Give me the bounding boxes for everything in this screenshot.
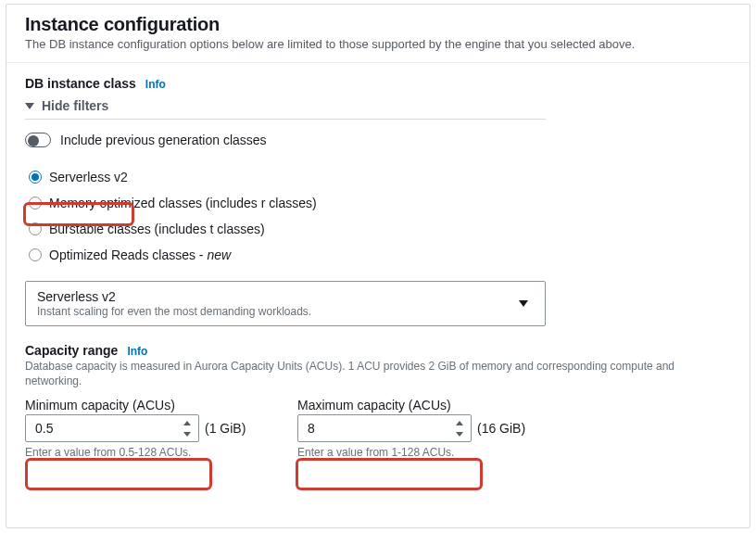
min-capacity-value: 0.5 (35, 421, 53, 436)
caret-down-icon (25, 103, 34, 109)
radio-label: Optimized Reads classes - new (49, 247, 231, 262)
stepper-up-button[interactable] (180, 417, 195, 428)
dropdown-text: Serverless v2 Instant scaling for even t… (37, 289, 311, 318)
max-capacity-help: Enter a value from 1-128 ACUs. (297, 446, 548, 459)
chevron-down-icon (456, 432, 463, 437)
chevron-up-icon (183, 421, 191, 425)
radio-input[interactable] (29, 222, 42, 235)
min-capacity-input[interactable]: 0.5 (25, 414, 199, 442)
capacity-range-description: Database capacity is measured in Aurora … (25, 360, 711, 388)
panel-subtitle: The DB instance configuration options be… (25, 37, 731, 51)
min-capacity-label: Minimum capacity (ACUs) (25, 398, 275, 412)
stepper-up-button[interactable] (452, 417, 467, 428)
capacity-range-label: Capacity range (25, 343, 118, 358)
chevron-up-icon (456, 421, 463, 425)
radio-label-suffix: new (207, 247, 231, 262)
include-previous-row: Include previous generation classes (25, 133, 731, 147)
radio-input[interactable] (29, 248, 42, 261)
min-capacity-help: Enter a value from 0.5-128 ACUs. (25, 446, 275, 459)
radio-label: Serverless v2 (49, 170, 128, 184)
db-instance-class-info-link[interactable]: Info (145, 78, 166, 91)
min-capacity-suffix: (1 GiB) (205, 421, 246, 436)
stepper-buttons (180, 417, 195, 439)
radio-label-text: Optimized Reads classes - (49, 247, 207, 262)
hide-filters-label: Hide filters (42, 98, 108, 113)
stepper-down-button[interactable] (180, 428, 195, 439)
db-instance-class-label-row: DB instance class Info (25, 76, 731, 91)
min-capacity-input-row: 0.5 (1 GiB) (25, 414, 275, 442)
max-capacity-input-row: 8 (16 GiB) (297, 414, 548, 442)
radio-row-memory-optimized[interactable]: Memory optimized classes (includes r cla… (25, 190, 731, 216)
radio-row-burstable[interactable]: Burstable classes (includes t classes) (25, 216, 731, 242)
panel-title: Instance configuration (25, 14, 731, 35)
toggle-knob-icon (28, 135, 39, 146)
radio-input[interactable] (29, 197, 42, 209)
stepper-down-button[interactable] (452, 428, 467, 439)
instance-class-dropdown[interactable]: Serverless v2 Instant scaling for even t… (25, 281, 546, 326)
panel-header: Instance configuration The DB instance c… (6, 5, 750, 63)
hide-filters-toggle[interactable]: Hide filters (25, 98, 546, 120)
radio-row-optimized-reads[interactable]: Optimized Reads classes - new (25, 242, 731, 268)
radio-input[interactable] (29, 171, 42, 184)
dropdown-sub: Instant scaling for even the most demand… (37, 305, 311, 318)
instance-class-radio-group: Serverless v2 Memory optimized classes (… (25, 164, 731, 268)
radio-row-serverless-v2[interactable]: Serverless v2 (25, 164, 731, 190)
chevron-down-icon (183, 432, 191, 437)
max-capacity-col: Maximum capacity (ACUs) 8 (16 GiB) Enter… (297, 398, 548, 459)
radio-label: Burstable classes (includes t classes) (49, 222, 265, 236)
instance-config-panel: Instance configuration The DB instance c… (6, 4, 750, 528)
stepper-buttons (452, 417, 467, 439)
capacity-range-info-link[interactable]: Info (127, 345, 147, 358)
max-capacity-label: Maximum capacity (ACUs) (297, 398, 548, 412)
max-capacity-value: 8 (308, 421, 315, 436)
include-previous-toggle[interactable] (25, 133, 51, 147)
db-instance-class-label: DB instance class (25, 76, 136, 91)
capacity-grid: Minimum capacity (ACUs) 0.5 (1 GiB) Ente… (25, 398, 731, 459)
radio-label: Memory optimized classes (includes r cla… (49, 196, 317, 210)
include-previous-label: Include previous generation classes (60, 133, 267, 147)
max-capacity-input[interactable]: 8 (297, 414, 472, 442)
dropdown-title: Serverless v2 (37, 289, 311, 304)
chevron-down-icon (519, 300, 528, 307)
max-capacity-suffix: (16 GiB) (477, 421, 525, 436)
capacity-range-label-row: Capacity range Info (25, 343, 731, 358)
panel-body: DB instance class Info Hide filters Incl… (6, 63, 750, 463)
min-capacity-col: Minimum capacity (ACUs) 0.5 (1 GiB) Ente… (25, 398, 275, 459)
